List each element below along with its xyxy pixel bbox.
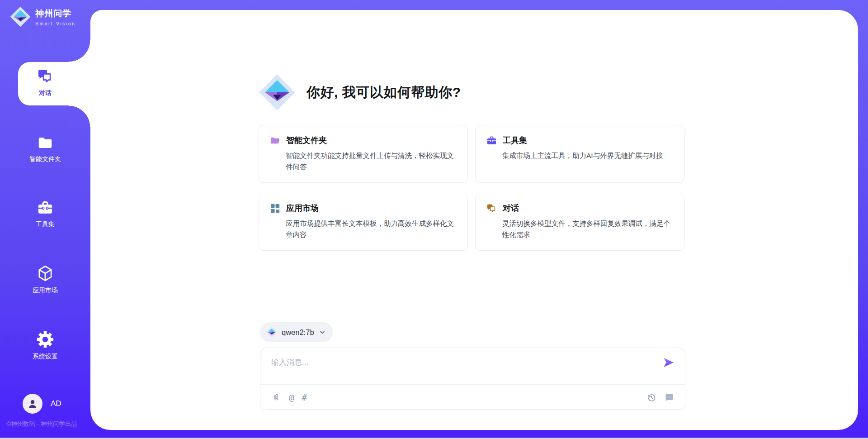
attachment-icon[interactable]	[271, 392, 281, 402]
card-description: 集成市场上主流工具，助力AI与外界无缝扩展与对接	[502, 150, 673, 162]
chat-filled-icon[interactable]	[664, 392, 674, 402]
chat-bubbles-icon	[486, 203, 497, 214]
app-subtitle: Smart Vision	[35, 21, 75, 26]
card-title: 工具集	[503, 135, 527, 146]
sidebar-footer-credit: ©神州数码 · 神州问学出品	[6, 420, 77, 428]
card-title: 智能文件夹	[286, 135, 327, 146]
composer-toolbar: @ #	[271, 390, 674, 405]
folder-icon	[37, 134, 54, 151]
message-input[interactable]	[271, 355, 642, 370]
folder-open-icon	[270, 135, 280, 146]
feature-cards: 智能文件夹 智能文件夹功能支持批量文件上传与清洗，轻松实现文件问答	[259, 125, 684, 251]
composer-divider	[260, 384, 685, 385]
user-avatar-icon	[27, 398, 38, 410]
grid-cube-icon	[270, 203, 280, 214]
user-initials: AD	[51, 399, 61, 408]
greeting-block: 你好, 我可以如何帮助你?	[259, 74, 461, 111]
sidebar-item-label: 工具集	[36, 220, 55, 229]
sidebar-item-tools[interactable]: 工具集	[0, 199, 90, 229]
diamond-logo-icon	[10, 6, 31, 27]
chevron-down-icon	[319, 329, 326, 336]
sidebar-item-folder[interactable]: 智能文件夹	[0, 134, 90, 163]
model-selector[interactable]: qwen2:7b	[260, 322, 333, 342]
greeting-title: 你好, 我可以如何帮助你?	[307, 83, 461, 102]
cube-icon	[36, 264, 54, 282]
sidebar-item-chat[interactable]: 对话	[0, 68, 90, 97]
hash-icon[interactable]: #	[302, 393, 307, 402]
sidebar-item-label: 系统设置	[33, 353, 58, 361]
briefcase-icon	[486, 135, 497, 146]
diamond-logo-icon	[266, 327, 277, 338]
card-description: 智能文件夹功能支持批量文件上传与清洗，轻松实现文件问答	[286, 150, 457, 173]
avatar	[23, 394, 42, 414]
sidebar-item-apps[interactable]: 应用市场	[0, 264, 90, 295]
mention-icon[interactable]: @	[289, 393, 294, 402]
send-icon[interactable]	[662, 356, 675, 369]
card-toolset[interactable]: 工具集 集成市场上主流工具，助力AI与外界无缝扩展与对接	[475, 125, 684, 183]
sidebar-item-label: 对话	[39, 89, 52, 97]
message-composer: @ #	[260, 348, 685, 410]
user-account[interactable]: AD	[23, 394, 61, 414]
card-chat[interactable]: 对话 灵活切换多模型文件，支持多样回复效果调试，满足个性化需求	[475, 193, 684, 251]
sidebar-item-settings[interactable]: 系统设置	[0, 330, 90, 361]
sidebar-item-label: 应用市场	[33, 286, 58, 295]
card-app-market[interactable]: 应用市场 应用市场提供丰富长文本模板，助力高效生成多样化文章内容	[259, 193, 468, 251]
app-logo: 神州问学 Smart Vision	[10, 6, 75, 27]
app-root: 神州问学 Smart Vision 对话 智能文件夹	[0, 0, 868, 439]
app-name: 神州问学	[35, 8, 75, 19]
sidebar: 神州问学 Smart Vision 对话 智能文件夹	[0, 0, 90, 439]
card-title: 对话	[503, 203, 519, 214]
card-title: 应用市场	[286, 203, 319, 214]
history-icon[interactable]	[646, 392, 656, 402]
chat-bubbles-icon	[37, 68, 54, 85]
model-name: qwen2:7b	[282, 328, 314, 337]
card-description: 应用市场提供丰富长文本模板，助力高效生成多样化文章内容	[286, 218, 457, 241]
card-smart-folder[interactable]: 智能文件夹 智能文件夹功能支持批量文件上传与清洗，轻松实现文件问答	[259, 125, 468, 183]
sidebar-item-label: 智能文件夹	[29, 155, 61, 163]
gear-icon	[36, 330, 54, 348]
briefcase-icon	[37, 199, 54, 216]
card-description: 灵活切换多模型文件，支持多样回复效果调试，满足个性化需求	[502, 218, 673, 241]
diamond-logo-icon	[259, 74, 296, 111]
